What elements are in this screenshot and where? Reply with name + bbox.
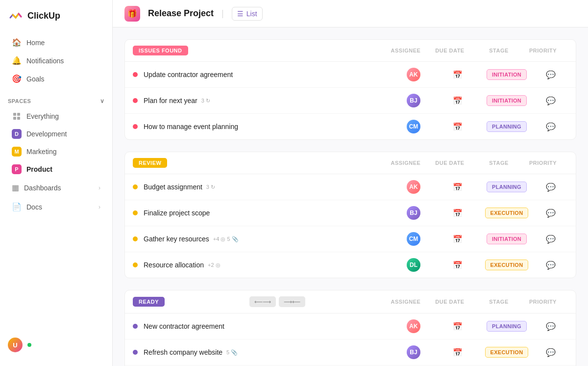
task-priority: 💬 (534, 122, 568, 131)
product-icon: P (12, 164, 22, 174)
priority-icon[interactable]: 💬 (546, 209, 556, 218)
ready-columns: Assignee Due Date Stage Priority (384, 299, 568, 305)
task-row[interactable]: Budget assignment 3 ↻ AK 📅 PLANNING 💬 (125, 174, 576, 200)
stage-badge: PLANNING (487, 121, 527, 132)
task-stage: INITIATION (480, 234, 534, 244)
bell-icon: 🔔 (12, 56, 22, 65)
review-badge: Review (133, 158, 167, 168)
home-icon: 🏠 (12, 38, 22, 47)
task-stage: EXECUTION (480, 260, 534, 270)
issues-columns: Assignee Due Date Stage Priority (384, 48, 568, 53)
calendar-icon: 📅 (453, 96, 463, 105)
sidebar-item-everything-label: Everything (26, 112, 59, 120)
list-view-button[interactable]: ☰ List (232, 7, 263, 21)
stage-badge: PLANNING (487, 321, 527, 332)
sidebar-item-goals[interactable]: 🎯 Goals (4, 70, 108, 88)
task-name: Budget assignment 3 ↻ (144, 183, 392, 191)
task-name: How to manage event planning (144, 123, 392, 131)
user-avatar[interactable]: U (8, 338, 23, 352)
avatar: CM (407, 232, 420, 246)
avatar: AK (407, 319, 420, 333)
task-row[interactable]: Finalize project scope BJ 📅 EXECUTION 💬 (125, 200, 576, 226)
logo: ClickUp (0, 8, 112, 33)
task-status-dot (133, 184, 138, 189)
sidebar-item-marketing[interactable]: M Marketing (4, 143, 108, 160)
sidebar-item-notifications[interactable]: 🔔 Notifications (4, 52, 108, 70)
sidebar-item-product[interactable]: P Product (4, 160, 108, 178)
sidebar-item-development[interactable]: D Development (4, 125, 108, 143)
project-icon: 🎁 (124, 6, 140, 22)
sidebar-item-home-label: Home (26, 39, 45, 47)
sidebar-item-everything[interactable]: Everything (4, 107, 108, 125)
priority-icon[interactable]: 💬 (546, 348, 556, 357)
priority-icon[interactable]: 💬 (546, 70, 556, 79)
docs-chevron-icon: › (98, 204, 100, 210)
toolbar-btn-1[interactable]: ⟵⟶ (249, 296, 276, 307)
task-name: Finalize project scope (144, 209, 392, 217)
section-review: Review Assignee Due Date Stage Priority … (124, 152, 576, 278)
task-row[interactable]: How to manage event planning CM 📅 PLANNI… (125, 114, 576, 139)
col-duedate-header: Due Date (428, 299, 472, 305)
task-assignee: DL (392, 258, 436, 272)
priority-icon[interactable]: 💬 (546, 96, 556, 105)
priority-icon[interactable]: 💬 (546, 235, 556, 244)
task-name: Resource allocation +2 ◎ (144, 261, 392, 269)
task-row[interactable]: Gather key resources +4 ◎ 5 📎 CM 📅 INITI… (125, 226, 576, 252)
col-assignee-header: Assignee (384, 299, 428, 305)
task-status-dot (133, 236, 138, 241)
task-row[interactable]: Refresh company website 5 📎 BJ 📅 EXECUTI… (125, 340, 576, 366)
task-stage: PLANNING (480, 182, 534, 192)
sidebar-item-goals-label: Goals (26, 75, 45, 83)
sidebar-item-product-label: Product (26, 165, 52, 173)
calendar-icon: 📅 (453, 209, 463, 218)
task-assignee: CM (392, 232, 436, 246)
task-priority: 💬 (534, 261, 568, 270)
user-status-dot (27, 343, 31, 347)
task-status-dot (133, 350, 138, 355)
sidebar-item-notifications-label: Notifications (26, 57, 64, 65)
task-duedate: 📅 (436, 261, 480, 270)
task-name: Gather key resources +4 ◎ 5 📎 (144, 235, 392, 243)
task-duedate: 📅 (436, 122, 480, 131)
priority-icon[interactable]: 💬 (546, 261, 556, 270)
priority-icon[interactable]: 💬 (546, 322, 556, 331)
sidebar-item-home[interactable]: 🏠 Home (4, 33, 108, 52)
avatar: BJ (407, 345, 420, 359)
dashboards-icon: ▦ (12, 183, 19, 192)
col-assignee-header: Assignee (384, 160, 428, 166)
task-assignee: AK (392, 319, 436, 333)
task-assignee: CM (392, 120, 436, 133)
task-row[interactable]: New contractor agreement AK 📅 PLANNING 💬 (125, 314, 576, 340)
sidebar-item-dashboards[interactable]: ▦ Dashboards › (4, 178, 108, 197)
calendar-icon: 📅 (453, 235, 463, 244)
sidebar-item-development-label: Development (26, 130, 67, 138)
toolbar-btn-2[interactable]: ⟶⟵ (279, 296, 305, 307)
col-priority-header: Priority (526, 299, 560, 305)
topbar: 🎁 Release Project | ☰ List (113, 0, 588, 27)
task-status-dot (133, 324, 138, 329)
task-stage: EXECUTION (480, 347, 534, 358)
sidebar-item-docs[interactable]: 📄 Docs › (4, 197, 108, 216)
task-row[interactable]: Update contractor agreement AK 📅 INITIAT… (125, 62, 576, 88)
task-status-dot (133, 210, 138, 215)
stage-badge: INITIATION (487, 69, 527, 80)
task-priority: 💬 (534, 322, 568, 331)
task-status-dot (133, 124, 138, 129)
sidebar-item-dashboards-label: Dashboards (24, 184, 61, 192)
task-row[interactable]: Resource allocation +2 ◎ DL 📅 EXECUTION … (125, 252, 576, 278)
priority-icon[interactable]: 💬 (546, 183, 556, 192)
spaces-chevron-icon[interactable]: ∨ (100, 98, 105, 105)
development-icon: D (12, 129, 22, 139)
task-stage: PLANNING (480, 321, 534, 332)
content-area: Issues Found Assignee Due Date Stage Pri… (113, 27, 588, 366)
avatar: DL (407, 258, 420, 272)
task-priority: 💬 (534, 183, 568, 192)
stage-badge: PLANNING (487, 182, 527, 192)
stage-badge: INITIATION (487, 95, 527, 106)
col-priority-header: Priority (526, 160, 560, 166)
project-title: Release Project (148, 8, 214, 19)
priority-icon[interactable]: 💬 (546, 122, 556, 131)
task-assignee: AK (392, 68, 436, 81)
review-columns: Assignee Due Date Stage Priority (384, 160, 568, 166)
task-row[interactable]: Plan for next year 3 ↻ BJ 📅 INITIATION 💬 (125, 88, 576, 114)
